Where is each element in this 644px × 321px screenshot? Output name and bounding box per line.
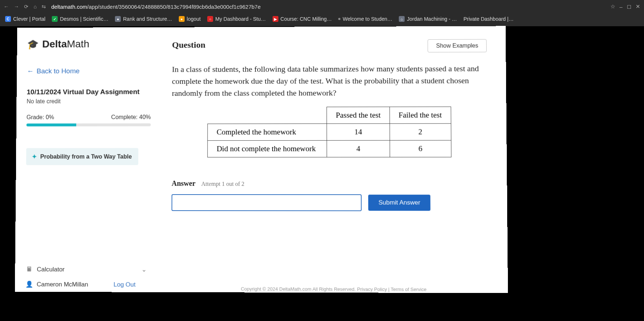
- bookmark-icon: ●: [115, 16, 121, 22]
- table-cell: 6: [390, 140, 451, 157]
- bookmark-item[interactable]: C Clever | Portal: [5, 16, 45, 22]
- data-table: Passed the test Failed the test Complete…: [208, 106, 451, 157]
- chevron-down-icon[interactable]: ⌄: [142, 266, 147, 273]
- nav-icon-group: ← → ⟳ ⌂ ⇆: [4, 4, 46, 9]
- bookmark-icon: [338, 18, 340, 20]
- show-examples-button[interactable]: Show Examples: [428, 39, 487, 52]
- calculator-link[interactable]: 🖩 Calculator ⌄: [25, 262, 150, 277]
- logout-link[interactable]: Log Out: [113, 281, 135, 288]
- bookmark-label: My Dashboard - Stu…: [215, 16, 266, 22]
- bookmarks-bar: C Clever | Portal ✓ Desmos | Scientific……: [0, 13, 644, 26]
- bookmark-item[interactable]: Private Dashboard |…: [463, 16, 513, 22]
- progress-labels: Grade: 0% Complete: 40%: [27, 114, 151, 121]
- bookmark-icon: ⌂: [399, 16, 405, 22]
- calculator-label: Calculator: [37, 266, 65, 273]
- progress-bar: [26, 124, 151, 126]
- star-icon[interactable]: ☆: [610, 3, 615, 10]
- row-label: Completed the homework: [208, 124, 327, 140]
- bookmark-item[interactable]: ○ My Dashboard - Stu…: [207, 16, 266, 22]
- bookmark-label: Desmos | Scientific…: [60, 16, 108, 22]
- address-bar[interactable]: deltamath.com/app/student/3560064/248888…: [51, 4, 605, 10]
- bookmark-icon: ●: [179, 16, 185, 22]
- grade-label: Grade: 0%: [27, 114, 54, 121]
- answer-input-row: Submit Answer: [171, 194, 488, 211]
- complete-label: Complete: 40%: [111, 114, 151, 121]
- question-heading: Question: [172, 40, 205, 50]
- bookmark-label: Welcome to Studen…: [343, 16, 392, 22]
- footer-text: Copyright © 2024 DeltaMath.com All Right…: [241, 286, 427, 292]
- table-cell: 4: [327, 140, 390, 157]
- bookmark-icon: ✓: [52, 16, 58, 22]
- url-path: /app/student/3560064/24888850/813c7994f8…: [87, 4, 261, 10]
- close-icon[interactable]: ✕: [636, 3, 640, 10]
- maximize-icon[interactable]: ◻: [627, 3, 631, 10]
- logo-math: Math: [67, 38, 89, 50]
- bookmark-label: Course: CNC Milling…: [281, 16, 332, 22]
- bookmark-item[interactable]: ✓ Desmos | Scientific…: [52, 16, 108, 22]
- progress-fill: [26, 124, 76, 126]
- bookmark-label: Private Dashboard |…: [463, 16, 513, 22]
- late-credit-note: No late credit: [27, 98, 151, 105]
- sparkle-icon: ✦: [32, 153, 37, 160]
- browser-toolbar: ← → ⟳ ⌂ ⇆ deltamath.com/app/student/3560…: [0, 0, 644, 13]
- bookmark-label: Clever | Portal: [13, 16, 45, 22]
- topic-label: Probability from a Two Way Table: [40, 153, 132, 160]
- logo-delta: Delta: [42, 38, 67, 50]
- reload-icon[interactable]: ⟳: [24, 4, 28, 9]
- back-icon[interactable]: ←: [4, 4, 9, 9]
- sidebar: 🎓 DeltaMath ← Back to Home 10/11/2024 Vi…: [15, 27, 161, 292]
- question-header: Question Show Examples: [172, 39, 486, 53]
- bookmark-item[interactable]: ⌂ Jordan Machining - …: [399, 16, 457, 22]
- row-label: Did not complete the homework: [208, 140, 327, 157]
- browser-chrome: ← → ⟳ ⌂ ⇆ deltamath.com/app/student/3560…: [0, 0, 644, 26]
- grad-cap-icon: 🎓: [27, 39, 39, 50]
- user-row: 👤 Cameron McMillan Log Out: [25, 277, 150, 292]
- bookmark-item[interactable]: ▶ Course: CNC Milling…: [273, 16, 332, 22]
- back-label: Back to Home: [36, 67, 80, 75]
- question-prompt: In a class of students, the following da…: [172, 62, 487, 99]
- back-to-home-link[interactable]: ← Back to Home: [27, 67, 151, 75]
- table-cell: 2: [390, 124, 451, 140]
- submit-answer-button[interactable]: Submit Answer: [368, 195, 431, 211]
- table-cell: 14: [327, 124, 390, 140]
- logo[interactable]: 🎓 DeltaMath: [27, 38, 151, 50]
- main-content: Question Show Examples In a class of stu…: [160, 26, 508, 293]
- site-settings-icon[interactable]: ⇆: [42, 4, 46, 9]
- arrow-left-icon: ←: [27, 67, 34, 75]
- table-row: Completed the homework 14 2: [208, 124, 451, 141]
- minimize-icon[interactable]: –: [620, 4, 622, 10]
- col-header: Passed the test: [327, 107, 390, 124]
- attempt-text: Attempt 1 out of 2: [201, 181, 244, 187]
- answer-input[interactable]: [171, 194, 362, 211]
- answer-label: Answer: [171, 179, 195, 188]
- bookmark-icon: ▶: [273, 16, 278, 22]
- table-header-row: Passed the test Failed the test: [208, 107, 451, 124]
- bookmark-item[interactable]: ● Rank and Structure…: [115, 16, 172, 22]
- app-viewport: 🎓 DeltaMath ← Back to Home 10/11/2024 Vi…: [15, 26, 508, 293]
- bookmark-item[interactable]: ● logout: [179, 16, 201, 22]
- calculator-icon: 🖩: [25, 266, 33, 273]
- toolbar-right-icons: ☆ – ◻ ✕: [610, 3, 640, 10]
- bookmark-label: Jordan Machining - …: [407, 16, 457, 22]
- col-header: Failed the test: [390, 107, 451, 124]
- answer-header: Answer Attempt 1 out of 2: [171, 179, 488, 188]
- topic-chip[interactable]: ✦ Probability from a Two Way Table: [26, 148, 139, 165]
- bookmark-item[interactable]: Welcome to Studen…: [338, 16, 392, 22]
- assignment-title: 10/11/2024 Virtual Day Assignment: [27, 88, 151, 96]
- table-row: Did not complete the homework 4 6: [208, 140, 451, 157]
- url-domain: deltamath.com: [51, 4, 87, 10]
- bookmark-label: Rank and Structure…: [123, 16, 172, 22]
- blank-cell: [208, 107, 327, 124]
- forward-icon[interactable]: →: [14, 4, 19, 9]
- user-icon: 👤: [25, 281, 33, 288]
- user-name: Cameron McMillan: [37, 281, 88, 288]
- bookmark-icon: ○: [207, 16, 213, 22]
- bookmark-label: logout: [187, 16, 201, 22]
- bookmark-icon: C: [5, 16, 11, 22]
- home-icon[interactable]: ⌂: [34, 4, 36, 9]
- sidebar-bottom: 🖩 Calculator ⌄ 👤 Cameron McMillan Log Ou…: [25, 262, 150, 292]
